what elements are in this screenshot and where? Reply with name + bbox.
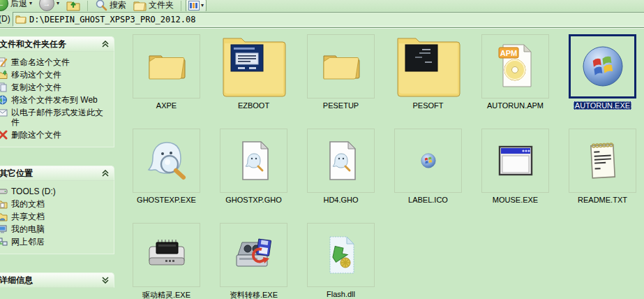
- sidebar-item[interactable]: 以电子邮件形式发送此文件: [0, 106, 112, 129]
- folders-button-label: 文件夹: [149, 0, 174, 11]
- sidebar-item[interactable]: 共享文档: [0, 210, 112, 223]
- folder-preview-blue-icon: [220, 34, 288, 99]
- views-icon: [188, 1, 200, 10]
- sidebar-item-label: 删除这个文件: [11, 130, 61, 140]
- sidebar-item-label: 将这个文件发布到 Web: [11, 95, 98, 105]
- sidebar-item-label: 网上邻居: [11, 237, 45, 247]
- sidebar-item[interactable]: 我的电脑: [0, 223, 112, 235]
- file-item[interactable]: EZBOOT: [220, 34, 287, 129]
- sidebar-panel-details: 详细信息: [0, 272, 114, 288]
- file-thumbnail[interactable]: [394, 34, 462, 99]
- shared-documents-icon: [0, 212, 8, 221]
- file-label: LABEL.ICO: [394, 196, 462, 204]
- file-item[interactable]: MOUSE.EXE: [481, 129, 549, 223]
- file-item[interactable]: Flash.dll: [307, 223, 375, 299]
- views-button[interactable]: ▾: [186, 0, 207, 11]
- file-item[interactable]: PESETUP: [307, 34, 375, 129]
- sidebar-item-label: 复制这个文件: [11, 82, 61, 92]
- forward-dropdown-icon[interactable]: ▾: [57, 1, 59, 6]
- file-item[interactable]: README.TXT: [569, 129, 636, 223]
- sidebar-item-label: TOOLS (D:): [11, 187, 56, 196]
- chevron-up-icon[interactable]: [101, 170, 110, 177]
- magnifier-icon: [95, 0, 107, 11]
- folders-button[interactable]: 文件夹: [130, 0, 177, 11]
- explorer-window: ← 后退 ▾ → ▾ 搜索: [0, 0, 644, 299]
- file-thumbnail[interactable]: [220, 223, 287, 287]
- address-bar: 地址(D) D:\DEEPIN_GHOST_XPSP3_PRO_2012.08: [0, 11, 644, 28]
- sidebar-item-label: 移动这个文件: [11, 70, 61, 80]
- chevron-up-icon[interactable]: [101, 41, 110, 48]
- icon-file-icon: [421, 153, 436, 168]
- file-thumbnail[interactable]: [569, 34, 636, 99]
- file-item[interactable]: APMAUTORUN.APM: [481, 34, 549, 129]
- file-item[interactable]: AUTORUN.EXE: [569, 34, 636, 129]
- sidebar-item[interactable]: 移动这个文件: [0, 68, 112, 81]
- folder-pane-icon: [133, 0, 147, 11]
- sidebar-item[interactable]: TOOLS (D:): [0, 185, 112, 198]
- file-item[interactable]: PESOFT: [394, 34, 462, 129]
- notepad-file-icon: [587, 141, 618, 180]
- drive-icon: [0, 187, 8, 196]
- file-thumbnail[interactable]: [307, 223, 375, 287]
- sidebar-item[interactable]: 删除这个文件: [0, 129, 112, 141]
- chevron-down-icon[interactable]: [101, 277, 110, 284]
- publish-web-icon: [0, 95, 8, 105]
- file-grid: AXPEEZBOOTPESETUPPESOFTAPMAUTORUN.APMAUT…: [133, 28, 636, 299]
- content-area: 文件和文件夹任务重命名这个文件移动这个文件复制这个文件将这个文件发布到 Web以…: [0, 28, 644, 299]
- file-item[interactable]: GHOSTEXP.EXE: [133, 129, 200, 223]
- back-button[interactable]: ← 后退 ▾: [0, 0, 35, 11]
- folder-up-icon: [66, 0, 80, 11]
- ghost-image-file-icon: [324, 140, 358, 182]
- folder-icon: [147, 51, 186, 82]
- file-item[interactable]: 驱动精灵.EXE: [133, 223, 200, 299]
- file-thumbnail[interactable]: [307, 129, 375, 193]
- sidebar-item[interactable]: 将这个文件发布到 Web: [0, 94, 112, 106]
- file-label: HD4.GHO: [307, 196, 375, 204]
- file-label: 驱动精灵.EXE: [133, 290, 200, 299]
- copy-icon: [0, 82, 8, 92]
- delete-icon: [0, 130, 8, 140]
- address-input[interactable]: D:\DEEPIN_GHOST_XPSP3_PRO_2012.08: [13, 12, 644, 27]
- back-dropdown-icon[interactable]: ▾: [29, 1, 32, 6]
- file-thumbnail[interactable]: [133, 223, 200, 287]
- forward-button[interactable]: → ▾: [36, 0, 62, 11]
- ghost-image-file-icon: [237, 140, 271, 182]
- panel-header-details[interactable]: 详细信息: [0, 272, 114, 288]
- file-thumbnail[interactable]: [133, 34, 200, 99]
- sidebar-item[interactable]: 重命名这个文件: [0, 56, 112, 68]
- file-label: AUTORUN.EXE: [569, 101, 636, 110]
- file-label: AXPE: [133, 101, 200, 110]
- file-item[interactable]: GHOSTXP.GHO: [220, 129, 287, 223]
- windows-logo-icon: [582, 45, 624, 87]
- sidebar-item-label: 重命名这个文件: [11, 57, 70, 67]
- application-window-icon: [498, 145, 533, 176]
- file-item[interactable]: AXPE: [133, 34, 200, 129]
- file-label: GHOSTEXP.EXE: [133, 196, 200, 204]
- file-thumbnail[interactable]: [133, 129, 200, 193]
- sidebar-item[interactable]: 我的文档: [0, 198, 112, 210]
- file-item[interactable]: 资料转移.EXE: [220, 223, 287, 299]
- search-button[interactable]: 搜索: [92, 0, 129, 11]
- file-item[interactable]: LABEL.ICO: [394, 129, 462, 223]
- toolbar: ← 后退 ▾ → ▾ 搜索: [0, 0, 644, 11]
- folder-icon: [322, 51, 361, 82]
- file-thumbnail[interactable]: [481, 129, 549, 193]
- file-thumbnail[interactable]: [394, 129, 462, 193]
- file-label: MOUSE.EXE: [481, 196, 549, 204]
- installer-file-icon: [325, 235, 357, 275]
- file-thumbnail[interactable]: [307, 34, 375, 99]
- file-thumbnail[interactable]: [569, 129, 636, 193]
- panel-header-file-tasks[interactable]: 文件和文件夹任务: [0, 36, 114, 52]
- sidebar-item[interactable]: 网上邻居: [0, 235, 112, 248]
- panel-header-other-places[interactable]: 其它位置: [0, 166, 114, 181]
- file-thumbnail[interactable]: APM: [481, 34, 549, 99]
- views-dropdown-icon[interactable]: ▾: [201, 3, 204, 8]
- file-thumbnail[interactable]: [220, 129, 287, 193]
- address-label: 地址(D): [0, 13, 13, 25]
- file-thumbnail[interactable]: [220, 34, 287, 99]
- up-button[interactable]: [63, 0, 83, 11]
- sidebar-item[interactable]: 复制这个文件: [0, 81, 112, 94]
- file-item[interactable]: HD4.GHO: [307, 129, 375, 223]
- my-computer-icon: [0, 224, 8, 234]
- address-path: D:\DEEPIN_GHOST_XPSP3_PRO_2012.08: [29, 15, 195, 24]
